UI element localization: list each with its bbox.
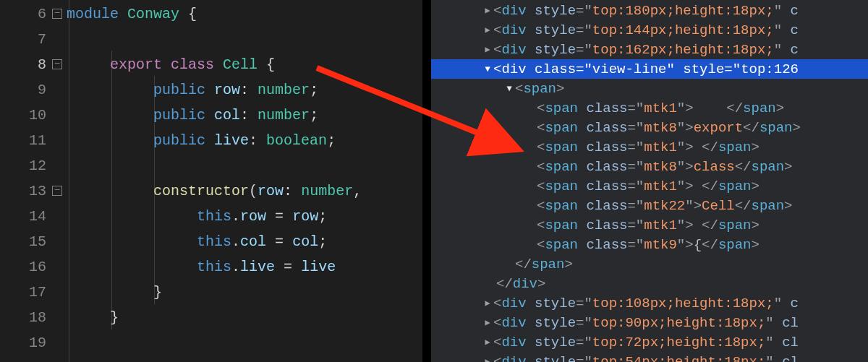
fold-icon[interactable]: − bbox=[52, 186, 62, 196]
code-line[interactable]: this.col = col; bbox=[67, 229, 422, 254]
devtools-elements-pane: ▶<div style="top:180px;height:18px;" c ▶… bbox=[431, 0, 868, 362]
line-number: 8 bbox=[38, 56, 46, 73]
gutter-line[interactable]: 8− bbox=[0, 52, 67, 77]
disclosure-triangle-icon[interactable]: ▶ bbox=[482, 317, 493, 328]
disclosure-triangle-open-icon[interactable]: ▼ bbox=[503, 84, 515, 94]
code-line[interactable] bbox=[67, 330, 422, 355]
disclosure-triangle-icon[interactable]: ▶ bbox=[482, 298, 493, 309]
gutter-line[interactable]: 12 bbox=[0, 153, 67, 178]
dom-node[interactable]: ▶<div style="top:108px;height:18px;" c bbox=[431, 293, 868, 313]
line-number: 6 bbox=[38, 6, 46, 22]
disclosure-triangle-icon[interactable]: ▶ bbox=[482, 25, 493, 35]
line-number: 16 bbox=[29, 259, 46, 275]
code-editor-pane: 6− 7 8− 9 10 11 12 13− 14 15 16 17 18 19… bbox=[0, 0, 422, 362]
code-line-active[interactable]: export class Cell { bbox=[67, 52, 422, 77]
dom-node[interactable]: <span class="mtk1"> </span> bbox=[431, 176, 868, 196]
dom-node[interactable]: ▶<div style="top:72px;height:18px;" cl bbox=[431, 332, 868, 352]
code-line[interactable]: module Conway { bbox=[67, 1, 422, 27]
code-line[interactable]: this.live = live bbox=[67, 254, 422, 280]
line-number: 13 bbox=[29, 183, 46, 199]
dom-node[interactable]: ▶<div style="top:54px;height:18px;" cl bbox=[431, 352, 868, 362]
dom-node[interactable]: ▶<div style="top:162px;height:18px;" c bbox=[431, 40, 868, 59]
gutter-line[interactable]: 7 bbox=[0, 27, 67, 52]
keyword-module: module bbox=[67, 6, 119, 22]
gutter-line[interactable]: 18 bbox=[0, 305, 67, 330]
code-line[interactable]: public row: number; bbox=[67, 77, 422, 103]
line-number: 15 bbox=[29, 233, 46, 250]
dom-node[interactable]: <span class="mtk1"> </span> bbox=[431, 137, 868, 157]
gutter-line[interactable]: 17 bbox=[0, 280, 67, 305]
dom-node[interactable]: <span class="mtk1"> </span> bbox=[431, 215, 868, 235]
line-number: 7 bbox=[38, 31, 46, 48]
code-area[interactable]: module Conway { export class Cell { publ… bbox=[67, 0, 422, 362]
dom-node[interactable]: <span class="mtk8">export</span> bbox=[431, 118, 868, 137]
gutter: 6− 7 8− 9 10 11 12 13− 14 15 16 17 18 19 bbox=[0, 0, 67, 362]
disclosure-triangle-icon[interactable]: ▶ bbox=[482, 337, 493, 348]
disclosure-triangle-open-icon[interactable]: ▼ bbox=[482, 64, 493, 74]
fold-icon[interactable]: − bbox=[52, 59, 62, 69]
code-line[interactable]: public live: boolean; bbox=[67, 128, 422, 153]
keyword-export: export bbox=[110, 56, 162, 73]
dom-node-close[interactable]: </span> bbox=[431, 254, 868, 274]
line-number: 11 bbox=[29, 132, 46, 149]
dom-node[interactable]: ▶<div style="top:144px;height:18px;" c bbox=[431, 20, 868, 40]
gutter-line[interactable]: 13− bbox=[0, 178, 67, 204]
code-line[interactable] bbox=[67, 27, 422, 52]
type-name: Conway bbox=[127, 6, 179, 22]
code-line[interactable]: this.row = row; bbox=[67, 204, 422, 229]
gutter-line[interactable]: 9 bbox=[0, 77, 67, 103]
class-name: Cell bbox=[223, 56, 258, 73]
dom-node[interactable]: ▶<div style="top:90px;height:18px;" cl bbox=[431, 313, 868, 332]
dom-node[interactable]: ▶<div style="top:180px;height:18px;" c bbox=[431, 1, 868, 20]
code-line[interactable]: constructor(row: number, bbox=[67, 178, 422, 204]
gutter-line[interactable]: 15 bbox=[0, 229, 67, 254]
line-number: 17 bbox=[29, 284, 46, 301]
disclosure-triangle-icon[interactable]: ▶ bbox=[482, 356, 493, 362]
line-number: 19 bbox=[29, 335, 46, 351]
dom-node-selected[interactable]: ▼<div class="view-line" style="top:126 bbox=[431, 59, 868, 79]
dom-node-close[interactable]: </div> bbox=[431, 274, 868, 293]
line-number: 18 bbox=[29, 309, 46, 326]
code-line[interactable] bbox=[67, 153, 422, 178]
pane-divider[interactable] bbox=[422, 0, 431, 362]
gutter-line[interactable]: 14 bbox=[0, 204, 67, 229]
line-number: 10 bbox=[29, 107, 46, 124]
keyword-class: class bbox=[171, 56, 214, 73]
line-number: 14 bbox=[29, 208, 46, 225]
gutter-line[interactable]: 6− bbox=[0, 1, 67, 27]
line-number: 12 bbox=[29, 158, 46, 174]
dom-node[interactable]: <span class="mtk8">class</span> bbox=[431, 157, 868, 176]
dom-node[interactable]: <span class="mtk22">Cell</span> bbox=[431, 196, 868, 215]
dom-node[interactable]: ▼<span> bbox=[431, 79, 868, 98]
disclosure-triangle-icon[interactable]: ▶ bbox=[482, 5, 493, 16]
dom-node[interactable]: <span class="mtk1"> </span> bbox=[431, 98, 868, 118]
code-line[interactable]: } bbox=[67, 280, 422, 305]
dom-node[interactable]: <span class="mtk9">{</span> bbox=[431, 235, 868, 254]
fold-icon[interactable]: − bbox=[52, 9, 62, 19]
gutter-line[interactable]: 10 bbox=[0, 103, 67, 128]
code-line[interactable]: } bbox=[67, 305, 422, 330]
gutter-line[interactable]: 11 bbox=[0, 128, 67, 153]
gutter-line[interactable]: 19 bbox=[0, 330, 67, 355]
gutter-line[interactable]: 16 bbox=[0, 254, 67, 280]
disclosure-triangle-icon[interactable]: ▶ bbox=[482, 44, 493, 55]
code-line[interactable]: public col: number; bbox=[67, 103, 422, 128]
line-number: 9 bbox=[38, 82, 46, 98]
